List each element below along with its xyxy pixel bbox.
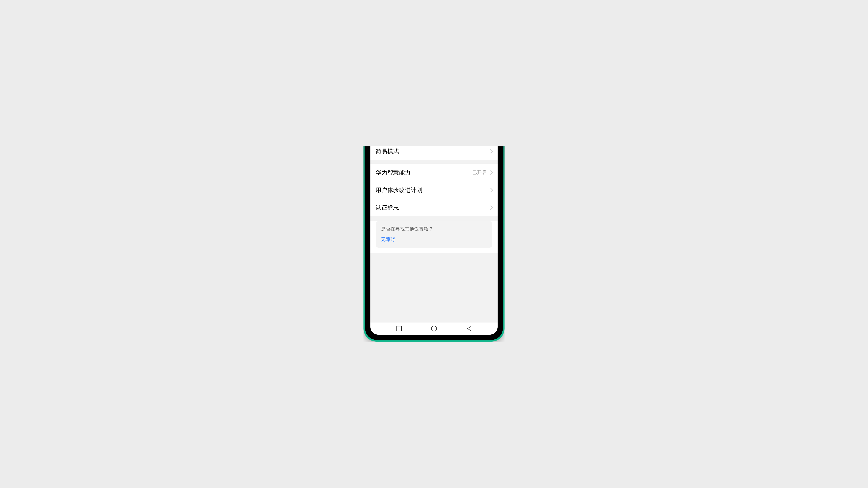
row-simple-mode[interactable]: 简易模式	[370, 147, 498, 160]
row-label: 华为智慧能力	[376, 169, 411, 176]
phone-screen: 手机克隆 备份和恢复	[370, 147, 498, 335]
row-huawei-ai[interactable]: 华为智慧能力 已开启	[370, 164, 498, 181]
stage: 手机克隆 备份和恢复	[0, 0, 868, 488]
phone-bezel: 手机克隆 备份和恢复	[365, 147, 503, 340]
row-label: 用户体验改进计划	[376, 186, 423, 194]
suggestion-question: 是否在寻找其他设置项？	[381, 226, 487, 232]
nav-home-button[interactable]	[428, 324, 440, 333]
suggestion-link-accessibility[interactable]: 无障碍	[381, 236, 487, 243]
square-icon	[397, 326, 402, 331]
triangle-back-icon	[467, 326, 471, 331]
chevron-right-icon	[489, 188, 493, 192]
row-user-experience[interactable]: 用户体验改进计划	[370, 181, 498, 199]
settings-list: 手机克隆 备份和恢复	[370, 147, 498, 323]
row-label: 简易模式	[376, 148, 399, 155]
footer-area: 是否在寻找其他设置项？ 无障碍	[370, 221, 498, 253]
chevron-right-icon	[489, 170, 493, 174]
phone-body: 手机克隆 备份和恢复	[364, 147, 504, 341]
phone-viewport: 手机克隆 备份和恢复	[364, 147, 504, 341]
settings-group-2: 简易模式	[370, 147, 498, 160]
nav-recent-button[interactable]	[393, 324, 406, 333]
chevron-right-icon	[489, 149, 493, 153]
settings-group-3: 华为智慧能力 已开启 用户体验改进计划	[370, 164, 498, 216]
circle-icon	[431, 326, 437, 331]
chevron-right-icon	[489, 205, 493, 210]
row-value: 已开启	[472, 169, 487, 176]
system-nav-bar	[370, 323, 498, 335]
row-certification[interactable]: 认证标志	[370, 199, 498, 216]
search-suggestion-card: 是否在寻找其他设置项？ 无障碍	[376, 221, 492, 248]
section-gap	[370, 160, 498, 164]
nav-back-button[interactable]	[463, 324, 476, 333]
row-label: 认证标志	[376, 204, 399, 212]
